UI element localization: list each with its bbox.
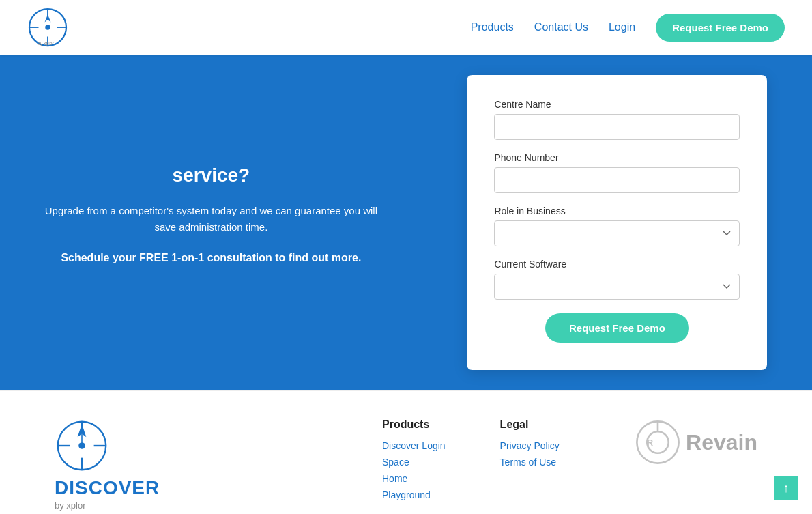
logo: by xplor <box>27 7 68 48</box>
footer-home[interactable]: Home <box>382 473 446 484</box>
footer-playground[interactable]: Playground <box>382 489 446 500</box>
form-submit-button[interactable]: Request Free Demo <box>545 313 689 343</box>
form-card: Centre Name Phone Number Role in Busines… <box>467 75 767 370</box>
hero-body: Upgrade from a competitor's system today… <box>41 203 381 235</box>
left-panel: service? Upgrade from a competitor's sys… <box>0 55 422 390</box>
role-label: Role in Business <box>494 205 740 216</box>
svg-point-1 <box>45 25 50 30</box>
phone-number-field: Phone Number <box>494 152 740 193</box>
software-label: Current Software <box>494 259 740 270</box>
nav-links: Products Contact Us Login Request Free D… <box>471 14 785 42</box>
footer-privacy-policy[interactable]: Privacy Policy <box>500 440 560 451</box>
footer-revain: R Revain <box>634 418 757 466</box>
scroll-to-top-button[interactable]: ↑ <box>774 476 798 500</box>
footer-terms-of-use[interactable]: Terms of Use <box>500 457 560 468</box>
role-select[interactable] <box>494 220 740 246</box>
revain-text: Revain <box>686 430 757 455</box>
svg-text:by xplor: by xplor <box>38 41 54 46</box>
footer-logo-text: DISCOVER <box>55 477 160 499</box>
centre-name-field: Centre Name <box>494 99 740 140</box>
right-panel: Centre Name Phone Number Role in Busines… <box>422 55 812 390</box>
svg-text:R: R <box>647 438 653 448</box>
revain-logo: R Revain <box>634 418 757 466</box>
phone-number-label: Phone Number <box>494 152 740 163</box>
footer-top: DISCOVER by xplor Products Discover Logi… <box>55 418 757 511</box>
footer: DISCOVER by xplor Products Discover Logi… <box>0 390 812 514</box>
software-select[interactable] <box>494 274 740 300</box>
centre-name-label: Centre Name <box>494 99 740 110</box>
footer-discover-login[interactable]: Discover Login <box>382 440 446 451</box>
footer-legal-heading: Legal <box>500 418 560 431</box>
navbar: by xplor Products Contact Us Login Reque… <box>0 0 812 55</box>
software-field: Current Software <box>494 259 740 300</box>
nav-contact[interactable]: Contact Us <box>534 21 588 33</box>
logo-icon: by xplor <box>27 7 68 48</box>
main-section: service? Upgrade from a competitor's sys… <box>0 55 812 390</box>
footer-space[interactable]: Space <box>382 457 446 468</box>
footer-logo-sub: by xplor <box>55 500 86 511</box>
role-field: Role in Business <box>494 205 740 246</box>
centre-name-input[interactable] <box>494 114 740 140</box>
footer-legal-col: Legal Privacy Policy Terms of Use <box>500 418 560 506</box>
nav-login[interactable]: Login <box>609 21 635 33</box>
nav-products[interactable]: Products <box>471 21 514 33</box>
footer-products-col: Products Discover Login Space Home Playg… <box>382 418 446 506</box>
nav-request-demo-button[interactable]: Request Free Demo <box>656 14 785 42</box>
hero-heading: service? <box>173 165 250 186</box>
svg-marker-6 <box>45 14 51 22</box>
hero-schedule: Schedule your FREE 1-on-1 consultation t… <box>61 249 361 267</box>
revain-icon: R <box>634 418 682 466</box>
footer-logo-icon <box>55 418 109 473</box>
phone-number-input[interactable] <box>494 167 740 193</box>
footer-products-heading: Products <box>382 418 446 431</box>
footer-logo: DISCOVER by xplor <box>55 418 205 511</box>
footer-links-section: Products Discover Login Space Home Playg… <box>382 418 593 506</box>
